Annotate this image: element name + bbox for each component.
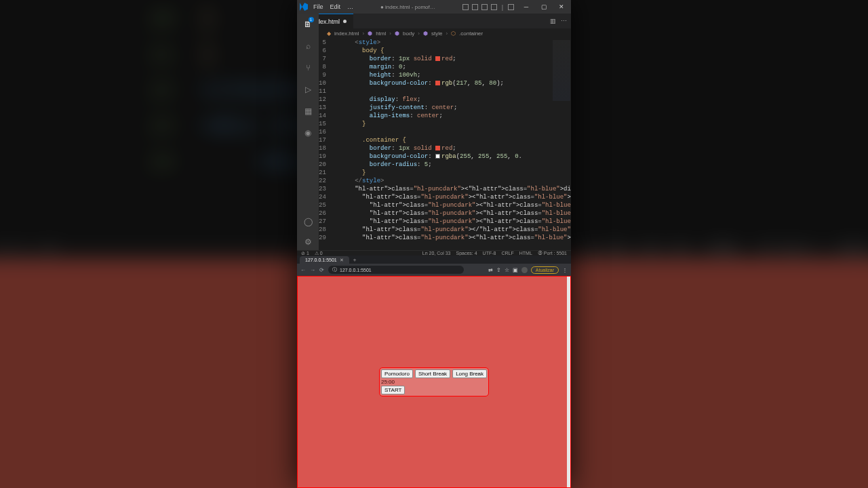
back-icon[interactable]: ←: [300, 267, 306, 273]
window-close-icon[interactable]: ✕: [555, 3, 568, 10]
new-tab-icon[interactable]: ＋: [352, 256, 357, 264]
profile-avatar-icon[interactable]: [521, 267, 528, 273]
translate-icon[interactable]: ⇄: [488, 267, 493, 273]
pomodoro-button[interactable]: Pomodoro: [381, 369, 413, 378]
source-control-icon[interactable]: ⑂: [302, 62, 313, 73]
browser-tab[interactable]: 127.0.0.1:5501 ✕: [300, 256, 349, 264]
run-debug-icon[interactable]: ▷: [302, 84, 313, 95]
update-button[interactable]: Atualizar: [531, 266, 559, 274]
status-eol[interactable]: CRLF: [501, 251, 513, 256]
testing-icon[interactable]: ◉: [302, 127, 313, 138]
reload-icon[interactable]: ⟳: [319, 267, 324, 273]
browser-tabstrip: 127.0.0.1:5501 ✕ ＋: [297, 256, 571, 264]
modified-dot-icon: [343, 20, 347, 23]
menu-more[interactable]: …: [347, 3, 353, 10]
window-title: ● index.html - pomof…: [353, 4, 462, 10]
status-liveserver[interactable]: ⦿ Port : 5501: [538, 251, 567, 256]
site-info-icon[interactable]: ⓘ: [332, 266, 337, 273]
browser-window: 127.0.0.1:5501 ✕ ＋ ← → ⟳ ⓘ 127.0.0.1:550…: [297, 256, 571, 488]
menu-icon[interactable]: ⋮: [562, 267, 568, 273]
menu-file[interactable]: File: [313, 3, 323, 10]
activity-bar: 🗎1 ⌕ ⑂ ▷ ▦ ◉ ◯ ⚙: [297, 14, 319, 254]
layout-controls[interactable]: |: [462, 4, 514, 10]
window-maximize-icon[interactable]: ▢: [537, 3, 551, 10]
account-icon[interactable]: ◯: [302, 216, 313, 227]
page-scrollbar[interactable]: [567, 277, 570, 487]
status-cursor[interactable]: Ln 20, Col 33: [422, 251, 451, 256]
vscode-titlebar: File Edit … ● index.html - pomof… | ─ ▢ …: [297, 0, 571, 14]
breadcrumb[interactable]: ◆index.html ›⬢html ›⬢body ›⬢style ›⬡.con…: [297, 28, 571, 39]
share-icon[interactable]: ⇪: [496, 267, 501, 273]
status-warnings[interactable]: ⚠ 0: [315, 251, 323, 256]
settings-gear-icon[interactable]: ⚙: [302, 237, 313, 247]
extensions-icon[interactable]: ▦: [302, 106, 313, 117]
address-text: 127.0.0.1:5501: [340, 268, 372, 272]
status-errors[interactable]: ⊘ 1: [301, 251, 309, 256]
start-button[interactable]: START: [381, 386, 405, 394]
vscode-statusbar: ⊘ 1 ⚠ 0 Ln 20, Col 33 Spaces: 4 UTF-8 CR…: [297, 250, 571, 256]
code-content[interactable]: <style> body { border: 1px solid red; ma…: [333, 39, 571, 254]
browser-toolbar: ← → ⟳ ⓘ 127.0.0.1:5501 ⇄ ⇪ ☆ ▣ Atualizar…: [297, 264, 571, 276]
tab-close-icon[interactable]: ✕: [340, 258, 344, 263]
status-lang[interactable]: HTML: [519, 251, 532, 256]
timer-display: 25:00: [380, 379, 488, 385]
line-gutter: 5678910111213141516171819202122232425262…: [319, 39, 333, 254]
split-editor-icon[interactable]: ▥: [550, 18, 556, 24]
browser-tab-title: 127.0.0.1:5501: [305, 258, 337, 262]
explorer-icon[interactable]: 🗎1: [302, 19, 313, 30]
status-encoding[interactable]: UTF-8: [483, 251, 496, 256]
pomodoro-container: Pomodoro Short Break Long Break 25:00 ST…: [379, 367, 489, 396]
window-minimize-icon[interactable]: ─: [519, 3, 533, 10]
more-actions-icon[interactable]: ⋯: [561, 18, 567, 24]
code-editor[interactable]: 5678910111213141516171819202122232425262…: [319, 39, 571, 254]
rendered-page: Pomodoro Short Break Long Break 25:00 ST…: [297, 276, 571, 488]
status-spaces[interactable]: Spaces: 4: [456, 251, 477, 256]
editor-tabstrip: ◆1 index.html ▥ ⋯: [297, 14, 571, 28]
short-break-button[interactable]: Short Break: [415, 369, 450, 378]
foreground-window: File Edit … ● index.html - pomof… | ─ ▢ …: [297, 0, 571, 488]
search-icon[interactable]: ⌕: [302, 41, 313, 52]
bookmark-icon[interactable]: ☆: [505, 267, 509, 273]
forward-icon[interactable]: →: [310, 267, 315, 273]
menu-edit[interactable]: Edit: [330, 3, 341, 10]
minimap[interactable]: [553, 40, 570, 101]
sidepanel-icon[interactable]: ▣: [513, 267, 518, 273]
long-break-button[interactable]: Long Break: [452, 369, 487, 378]
address-bar[interactable]: ⓘ 127.0.0.1:5501: [328, 266, 464, 274]
vscode-logo-icon: [300, 3, 308, 11]
